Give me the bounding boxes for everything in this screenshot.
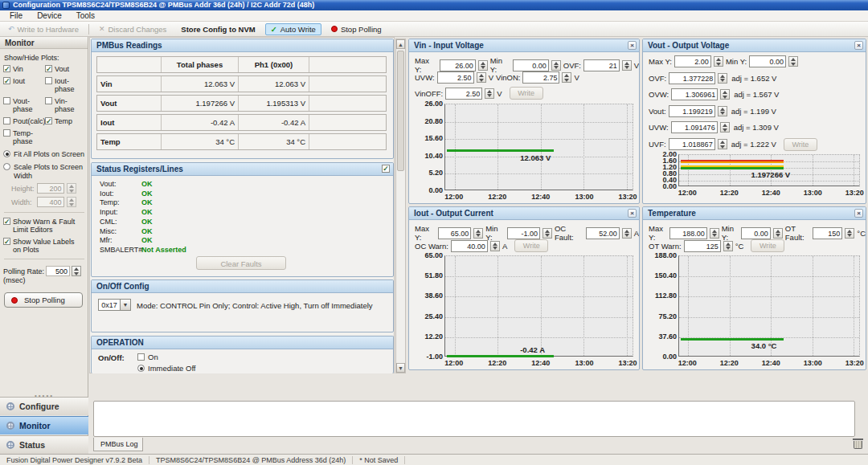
plot-checkbox-temp-phase[interactable]: Temp-phase	[3, 129, 45, 145]
editor-label: UVF:	[649, 140, 666, 149]
auto-write-toggle[interactable]: ✓ Auto Write	[265, 23, 321, 35]
middle-scrollbar[interactable]: ▲ ▼	[395, 39, 406, 373]
plot-checkbox-vout-phase[interactable]: Vout-phase	[3, 97, 45, 113]
spinner[interactable]	[723, 241, 733, 251]
readings-header-row: Total phasesPh1 (0x00)	[96, 56, 387, 73]
iout-maxy-input[interactable]: 65.00	[438, 227, 471, 239]
menu-file[interactable]: File	[3, 11, 29, 20]
spinner[interactable]	[622, 60, 632, 71]
width-input[interactable]: 400	[37, 197, 64, 207]
write-button[interactable]: Write	[751, 239, 784, 252]
pmbus-log-tab[interactable]: PMBus Log	[93, 438, 143, 451]
menu-tools[interactable]: Tools	[70, 11, 101, 20]
trash-icon[interactable]	[854, 441, 862, 449]
spinner[interactable]	[485, 88, 494, 99]
clear-faults-button[interactable]: Clear Faults	[196, 256, 286, 270]
spinner[interactable]	[773, 228, 783, 239]
plot-checkbox-vout[interactable]: ✓Vout	[45, 65, 85, 73]
close-icon[interactable]: ×	[628, 209, 637, 218]
spinner[interactable]	[710, 228, 719, 239]
scroll-thumb[interactable]	[397, 51, 404, 171]
vout-vout-input[interactable]: 1.199219	[669, 105, 715, 117]
polling-rate-spinner[interactable]	[72, 266, 81, 276]
vin-vinoff-input[interactable]: 2.50	[445, 88, 482, 100]
spinner[interactable]	[845, 228, 854, 239]
vin-uvw-input[interactable]: 2.50	[437, 71, 474, 84]
write-to-hardware-button[interactable]: ↶ Write to Hardware	[3, 24, 84, 35]
width-spinner[interactable]	[67, 197, 76, 207]
temp-maxy-input[interactable]: 188.00	[669, 227, 707, 239]
scale-plots-radio[interactable]: Scale Plots to Screen Width	[3, 163, 85, 180]
immediate-off-radio[interactable]: Immediate Off	[137, 364, 196, 373]
pmbus-log-area[interactable]	[93, 401, 855, 437]
height-spinner[interactable]	[67, 183, 76, 194]
spinner[interactable]	[562, 72, 571, 83]
spinner[interactable]	[718, 73, 727, 84]
reading-total-phases: 12.063 V	[162, 76, 239, 92]
iout-ocfault-input[interactable]: 52.00	[586, 227, 619, 239]
discard-changes-button[interactable]: ✕ Discard Changes	[94, 24, 171, 35]
spinner[interactable]	[720, 89, 730, 100]
nav-button-monitor[interactable]: Monitor	[0, 416, 88, 434]
write-button[interactable]: Write	[784, 138, 817, 151]
status-value: OK	[141, 218, 153, 226]
write-button[interactable]: Write	[514, 239, 548, 252]
vout-miny-input[interactable]: 0.00	[749, 55, 786, 67]
stop-polling-toolbar-button[interactable]: Stop Polling	[326, 24, 387, 35]
store-config-nvm-button[interactable]: Store Config to NVM	[176, 24, 260, 35]
spinner[interactable]	[788, 56, 798, 67]
spinner[interactable]	[718, 139, 727, 149]
plot-checkbox-temp[interactable]: ✓Temp	[45, 117, 85, 125]
status-header-checkbox[interactable]: ✓	[382, 165, 390, 173]
spinner[interactable]	[478, 60, 488, 71]
spinner[interactable]	[551, 60, 561, 71]
polling-rate-input[interactable]: 500	[46, 266, 70, 276]
close-icon[interactable]: ×	[628, 41, 637, 50]
close-icon[interactable]: ×	[854, 209, 863, 218]
spinner[interactable]	[473, 228, 483, 239]
temp-otfault-input[interactable]: 150	[813, 227, 842, 239]
iout-ocwarn-input[interactable]: 40.00	[451, 240, 488, 252]
nav-button-status[interactable]: Status	[0, 435, 88, 454]
scroll-up-arrow[interactable]: ▲	[396, 39, 405, 49]
spinner[interactable]	[477, 72, 486, 83]
plot-checkbox-pout(calc)[interactable]: Pout(calc)	[3, 117, 45, 125]
plot-checkbox-iout[interactable]: ✓Iout	[3, 77, 45, 93]
vin-vinon-input[interactable]: 2.75	[522, 71, 559, 84]
vin-ovf-input[interactable]: 21	[583, 59, 620, 71]
spinner[interactable]	[542, 228, 552, 239]
spinner[interactable]	[622, 228, 632, 239]
vout-uvw-input[interactable]: 1.091476	[671, 121, 718, 133]
vout-maxy-input[interactable]: 2.00	[674, 55, 711, 67]
spinner[interactable]	[718, 106, 727, 116]
show-warn-fault-checkbox[interactable]: ✓ Show Warn & Fault Limit Editors	[3, 218, 85, 235]
show-value-labels-checkbox[interactable]: ✓ Show Value Labels on Plots	[3, 238, 85, 255]
height-input[interactable]: 200	[37, 183, 64, 194]
operation-on-checkbox[interactable]: On	[137, 353, 158, 361]
status-value: OK	[141, 227, 153, 235]
menu-device[interactable]: Device	[31, 11, 68, 20]
spinner[interactable]	[490, 241, 500, 251]
fit-all-plots-radio[interactable]: Fit All Plots on Screen	[3, 150, 85, 158]
close-icon[interactable]: ×	[854, 41, 863, 50]
write-button[interactable]: Write	[510, 87, 543, 100]
vin-miny-input[interactable]: 0.00	[513, 59, 549, 71]
vout-ovf-input[interactable]: 1.377228	[669, 72, 715, 84]
stop-polling-button[interactable]: Stop Polling	[4, 292, 83, 308]
nav-button-configure[interactable]: Configure	[0, 397, 88, 415]
scroll-down-arrow[interactable]: ▼	[396, 363, 405, 373]
iout-miny-input[interactable]: -1.00	[507, 227, 540, 239]
panel-title: Vin - Input Voltage	[414, 41, 484, 50]
vout-uvf-input[interactable]: 1.018867	[669, 138, 715, 150]
onoff-config-dropdown[interactable]: 0x17 ▼	[98, 299, 131, 311]
plot-checkbox-iout-phase[interactable]: Iout-phase	[45, 77, 85, 93]
plot-checkbox-vin[interactable]: ✓Vin	[3, 65, 45, 73]
vin-maxy-input[interactable]: 26.00	[440, 59, 476, 71]
vout-ovw-input[interactable]: 1.306961	[671, 88, 718, 100]
temp-otwarn-input[interactable]: 125	[684, 240, 721, 252]
adj-value-label: adj = 1.199 V	[731, 107, 776, 116]
temp-miny-input[interactable]: 0.00	[741, 227, 771, 239]
plot-checkbox-vin-phase[interactable]: Vin-phase	[45, 97, 85, 113]
spinner[interactable]	[714, 56, 723, 67]
spinner[interactable]	[720, 122, 730, 133]
